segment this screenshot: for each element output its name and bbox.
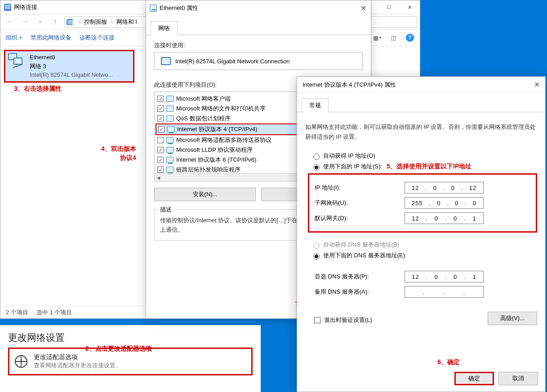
checkbox-icon [314,317,320,323]
back-button[interactable]: ← [3,16,16,28]
protocol-icon [166,157,173,163]
maximize-button[interactable]: ☐ [378,0,399,14]
forward-button[interactable]: → [18,16,31,28]
tab-network[interactable]: 网络 [151,21,178,35]
protocol-icon [166,96,173,102]
adapter-name: Intel(R) 82574L Gigabit Network Connecti… [175,58,290,65]
radio-auto-ip[interactable]: 自动获得 IP 地址(O) [313,152,537,160]
disable-device-button[interactable]: 禁用此网络设备 [31,34,71,42]
checkbox-icon[interactable]: ✓ [157,147,164,153]
connection-item-ethernet0[interactable]: Ethernet0 网络 3 Intel(R) 82574L Gigabit N… [4,50,134,83]
ip-label: IP 地址(I): [315,184,405,192]
diagnose-button[interactable]: 诊断这个连接 [80,34,115,42]
radio-icon [313,242,320,249]
protocol-icon [167,126,174,132]
checkbox-icon[interactable]: ✓ [157,96,164,102]
help-button[interactable]: ? [404,31,416,44]
breadcrumb-part[interactable]: 控制面板 [84,18,107,26]
network-icon [67,19,73,25]
nic-icon [8,53,26,71]
radio-icon [313,253,320,260]
ip-address-input[interactable]: 12.0.0.12 [405,182,484,194]
dialog-titlebar: Ethernet0 属性 ✕ [146,0,371,16]
close-button[interactable]: ✕ [399,0,420,14]
chevron-down-icon: ▼ [19,36,22,40]
dialog-title: Internet 协议版本 4 (TCP/IPv4) 属性 [302,81,396,89]
up-button[interactable]: ↑ [49,16,62,28]
connection-name: Ethernet0 [30,53,113,62]
breadcrumb-part[interactable]: 网络和 I [116,18,137,26]
protocol-icon [166,137,173,143]
preview-pane-button[interactable]: ◫ [387,31,400,44]
annotation-4: 4、双击版本 协议4 [101,145,136,162]
protocol-icon [166,147,173,153]
dns2-label: 备用 DNS 服务器(A): [315,288,405,296]
ip-fields-block: IP 地址(I): 12.0.0.12 子网掩码(U): 255.0.0.0 默… [308,173,537,233]
status-item-count: 2 个项目 [6,308,28,317]
ok-button[interactable]: 确定 [454,372,494,385]
mask-label: 子网掩码(U): [315,199,405,207]
organize-menu[interactable]: 组织 ▼ [6,34,22,42]
close-button[interactable]: ✕ [360,4,366,13]
radio-use-ip[interactable]: 使用下面的 IP 地址(S): 5、选择使用并设置以下IP地址 [313,163,537,171]
protocol-icon [166,167,173,173]
subnet-mask-input[interactable]: 255.0.0.0 [405,197,484,209]
settings-heading: 更改网络设置 [8,331,253,344]
checkbox-label: 退出时验证设置(L) [324,316,372,324]
dns-fields-block: 首选 DNS 服务器(P): 12.0.0.1 备用 DNS 服务器(A): .… [308,262,537,306]
gateway-label: 默认网关(D): [315,214,405,222]
advanced-button[interactable]: 高级(V)... [488,312,537,325]
nic-icon [161,57,171,65]
alternate-dns-input[interactable]: . . . [405,286,484,298]
dns1-label: 首选 DNS 服务器(P): [315,273,405,281]
radio-label: 使用下面的 DNS 服务器地址(E): [323,251,407,260]
preferred-dns-input[interactable]: 12.0.0.1 [405,271,484,282]
radio-icon [313,164,320,171]
scroll-left-icon[interactable]: ◀ [155,174,162,181]
install-button[interactable]: 安装(N)... [154,188,256,201]
checkbox-icon[interactable]: ✓ [157,167,164,173]
help-text: 如果网络支持此功能，则可以获取自动指派的 IP 设置。否则，你需要从网络系统管理… [305,122,537,142]
view-menu[interactable]: ▦ ▼ [371,31,384,44]
settings-panel: 更改网络设置 2、点击更改适配器选项 更改适配器选项 查看网络适配器并更改连接设… [0,325,261,392]
gateway-input[interactable]: 12.0.0.1 [405,212,484,224]
checkbox-icon[interactable]: ✓ [158,126,165,132]
protocol-icon [166,115,173,122]
annotation-6: 6、确定 [437,358,460,366]
protocol-label: Internet 协议版本 4 (TCP/IPv4) [177,125,257,133]
option-title: 更改适配器选项 [34,353,121,361]
radio-use-dns[interactable]: 使用下面的 DNS 服务器地址(E): [313,251,537,260]
dialog-title: Ethernet0 属性 [160,4,198,12]
tab-strip: 常规 [297,98,545,112]
adapter-box[interactable]: Intel(R) 82574L Gigabit Network Connecti… [154,52,363,70]
globe-icon [15,355,27,368]
radio-icon [313,154,320,160]
tab-strip: 网络 [146,21,371,35]
recent-button[interactable]: ▾ [34,16,46,28]
connection-adapter: Intel(R) 82574L Gigabit Netwo... [30,70,113,79]
explorer-title: 网络连接 [14,3,37,11]
network-icon [4,4,11,11]
protocol-label: Microsoft LLDP 协议驱动程序 [176,146,253,154]
cancel-button[interactable]: 取消 [498,372,538,385]
checkbox-icon[interactable] [157,137,164,143]
close-button[interactable]: ✕ [534,80,540,89]
description-legend: 描述 [158,206,173,214]
status-selected-count: 选中 1 个项目 [36,308,72,317]
connection-network: 网络 3 [30,62,113,71]
dialog-titlebar: Internet 协议版本 4 (TCP/IPv4) 属性 ✕ [297,77,545,93]
option-subtitle: 查看网络适配器并更改连接设置。 [34,361,121,370]
ethernet-icon [150,4,157,12]
radio-auto-dns: 自动获得 DNS 服务器地址(B) [313,241,537,249]
tab-general[interactable]: 常规 [302,98,329,112]
annotation-5: 5、选择使用并设置以下IP地址 [387,163,471,171]
connect-using-label: 连接时使用: [154,41,363,49]
annotation-3: 3、右击选择属性 [14,85,62,93]
protocol-label: Microsoft 网络适配器多路传送器协议 [176,136,271,144]
checkbox-icon[interactable]: ✓ [157,115,164,122]
annotation-2: 2、点击更改适配器选项 [85,345,152,353]
checkbox-icon[interactable]: ✓ [157,157,164,163]
radio-label: 自动获得 DNS 服务器地址(B) [323,241,399,249]
checkbox-icon[interactable]: ✓ [157,106,164,112]
radio-label: 使用下面的 IP 地址(S): [323,163,382,171]
